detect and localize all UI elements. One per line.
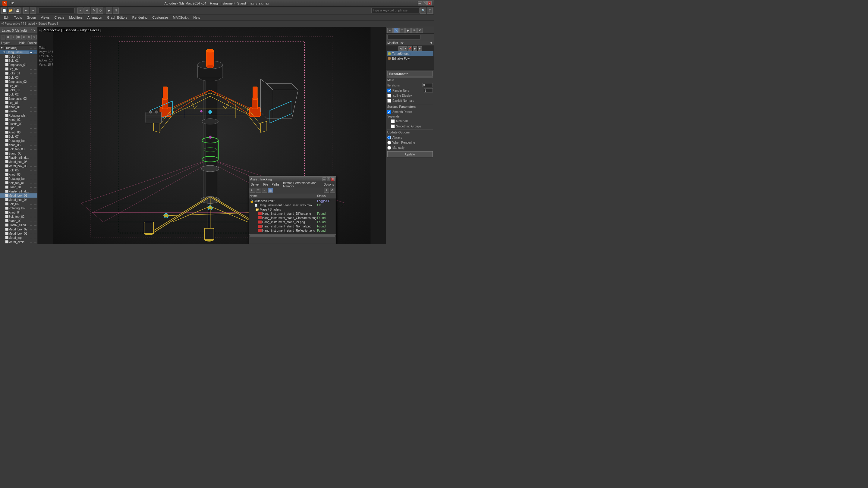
rp-utilities-icon[interactable]: ⚙ [417, 28, 423, 33]
frz-dot[interactable]: — [33, 198, 37, 201]
at-row-texture[interactable]: Hang_instrument_stand_Normal.png Found [249, 224, 336, 228]
search-input[interactable] [371, 8, 420, 13]
vis-dot[interactable]: — [29, 232, 33, 235]
menu-maxscript[interactable]: MAXScript [170, 14, 191, 21]
workspace-dropdown[interactable]: Workspace: Default [38, 8, 75, 13]
list-item[interactable]: ⬜Knob_03—— [0, 172, 37, 176]
list-item[interactable]: ⬜Leg_01—— [0, 101, 37, 105]
at-menu-file[interactable]: File [261, 182, 270, 187]
list-item[interactable]: ⬜Plastik_cilinder_05—— [0, 156, 37, 160]
frz-dot[interactable]: — [33, 190, 37, 193]
search-button[interactable]: 🔍 [420, 7, 426, 13]
frz-dot[interactable]: — [33, 106, 37, 108]
frz-dot[interactable]: — [33, 203, 37, 205]
frz-dot[interactable]: — [33, 76, 37, 79]
frz-dot[interactable]: — [33, 131, 37, 134]
list-item[interactable]: ⬜Plastic_02—— [0, 122, 37, 126]
menu-graph-editors[interactable]: Graph Editors [104, 14, 130, 21]
manually-radio[interactable] [387, 146, 391, 150]
open-button[interactable]: 📂 [8, 7, 14, 13]
redo-button[interactable]: ↪ [30, 7, 36, 13]
mod-nav-right2[interactable]: ▶ [418, 46, 422, 51]
list-item[interactable]: ⬜Bolt_05—— [0, 168, 37, 172]
frz-dot[interactable]: — [33, 186, 37, 189]
vis-dot[interactable]: — [29, 207, 33, 210]
modifier-item-editablepoly[interactable]: Editable Poly [387, 56, 433, 61]
layer-hide-dot[interactable]: ■ [29, 51, 33, 54]
at-menu-options[interactable]: Options [322, 182, 336, 187]
frz-dot[interactable]: — [33, 68, 37, 70]
at-refresh-button[interactable]: ↻ [250, 188, 255, 193]
menu-rendering[interactable]: Rendering [130, 14, 150, 21]
layer-freeze-dot[interactable]: — [33, 47, 37, 50]
frz-dot[interactable]: — [33, 80, 37, 83]
list-item[interactable]: ⬜Metal_box_06—— [0, 164, 37, 168]
vis-dot[interactable]: — [29, 173, 33, 176]
at-row-texture[interactable]: Hang_instrument_stand_ior.png Found [249, 220, 336, 224]
at-menu-bitmap-perf[interactable]: Bitmap Performance and Memory [281, 182, 321, 187]
frz-dot[interactable]: — [33, 148, 37, 151]
vis-dot[interactable]: — [29, 148, 33, 151]
vis-dot[interactable]: — [29, 55, 33, 58]
at-close-button[interactable]: ✕ [331, 177, 335, 181]
vis-dot[interactable]: — [29, 59, 33, 62]
scale-button[interactable]: ⬡ [97, 7, 103, 13]
smoothing-groups-checkbox[interactable] [391, 124, 395, 128]
at-row-folder[interactable]: 📁 Maps / Shaders [249, 207, 336, 212]
rp-hierarchy-icon[interactable]: ⬡ [399, 28, 405, 33]
list-item[interactable]: ⬜Knob_05—— [0, 143, 37, 147]
vis-dot[interactable]: — [29, 80, 33, 83]
at-row-texture[interactable]: Hang_instrument_stand_Glossiness.png Fou… [249, 216, 336, 220]
rp-motion-icon[interactable]: ▶ [405, 28, 411, 33]
frz-dot[interactable]: — [33, 156, 37, 159]
frz-dot[interactable]: — [33, 101, 37, 104]
vis-dot[interactable]: — [29, 101, 33, 104]
at-horizontal-scrollbar[interactable] [249, 234, 336, 238]
close-button[interactable]: ✕ [427, 1, 432, 5]
frz-dot[interactable]: — [33, 169, 37, 172]
frz-dot[interactable]: — [33, 173, 37, 176]
frz-dot[interactable]: — [33, 64, 37, 66]
list-item[interactable]: ⬜Metal_box_02—— [0, 227, 37, 231]
list-item[interactable]: ⬜Pipe—— [0, 126, 37, 130]
vis-dot[interactable]: — [29, 198, 33, 201]
list-item[interactable]: ⬜Plastik_cilinder_03—— [0, 189, 37, 193]
at-row-texture[interactable]: Hang_instrument_stand_Diffuse.png Found [249, 212, 336, 216]
at-menu-paths[interactable]: Paths [270, 182, 281, 187]
help-button[interactable]: ? [427, 7, 433, 13]
frz-dot[interactable]: — [33, 165, 37, 167]
layer-hide-all-button[interactable]: 👁 [22, 35, 26, 39]
rp-display-icon[interactable]: 👁 [411, 28, 417, 33]
at-details-view-button[interactable]: ≡ [261, 188, 267, 193]
vis-dot[interactable]: — [29, 106, 33, 108]
frz-dot[interactable]: — [33, 241, 37, 243]
mod-pin[interactable]: 📌 [408, 46, 412, 51]
render-button[interactable]: ▶ [106, 7, 112, 13]
vis-dot[interactable]: — [29, 203, 33, 205]
vis-dot[interactable]: — [29, 114, 33, 117]
new-button[interactable]: 📄 [1, 7, 7, 13]
asset-tracking-window[interactable]: Asset Tracking — □ ✕ Server File Paths B… [249, 176, 336, 244]
vis-dot[interactable]: — [29, 119, 33, 121]
mod-nav-up[interactable]: ◀ [398, 46, 403, 51]
vis-dot[interactable]: — [29, 93, 33, 96]
layer-new-button[interactable]: + [1, 35, 5, 39]
render-iters-checkbox[interactable] [387, 89, 391, 93]
layer-delete-button[interactable]: ✕ [6, 35, 10, 39]
at-help-button[interactable]: ? [324, 188, 329, 193]
frz-dot[interactable]: — [33, 152, 37, 155]
iterations-input[interactable] [422, 83, 433, 87]
window-controls[interactable]: — □ ✕ [418, 1, 432, 5]
save-button[interactable]: 💾 [14, 7, 21, 13]
menu-help[interactable]: Help [191, 14, 203, 21]
frz-dot[interactable]: — [33, 232, 37, 235]
vis-dot[interactable]: — [29, 110, 33, 113]
vis-dot[interactable]: — [29, 144, 33, 147]
modifier-list-arrow[interactable]: ▼ [430, 41, 433, 44]
frz-dot[interactable]: — [33, 72, 37, 75]
layer-close-button[interactable]: ✕ [33, 29, 36, 32]
list-item[interactable]: ⬜Plastik_cilinder_04—— [0, 223, 37, 227]
vis-dot[interactable]: — [29, 68, 33, 70]
list-item[interactable]: ⬜Knob_04—— [0, 210, 37, 215]
modifier-item-turbosmooth[interactable]: TurboSmooth [387, 51, 433, 56]
